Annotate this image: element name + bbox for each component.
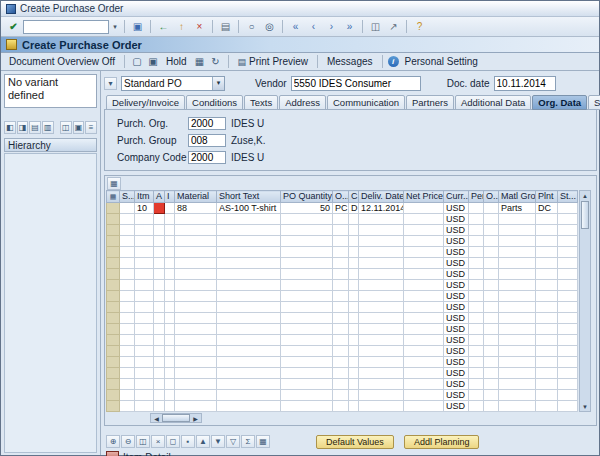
grid-cell[interactable] [469,401,484,412]
grid-cell[interactable] [499,346,536,357]
col-header-i[interactable]: I [165,191,175,203]
expand-item-detail-icon[interactable]: ▸ [106,451,119,456]
shortcut-icon[interactable]: ↗ [385,19,402,35]
grid-cell[interactable] [499,401,536,412]
grid-cell[interactable] [217,269,281,280]
grid-cell[interactable] [175,280,217,291]
grid-cell[interactable]: PC [333,203,349,214]
grid-cell[interactable]: USD [444,390,469,401]
grid-cell[interactable] [281,291,333,302]
grid-cell[interactable] [281,401,333,412]
grid-cell[interactable] [484,269,499,280]
hierarchy-header[interactable]: Hierarchy [4,138,97,152]
grid-cell[interactable] [558,390,578,401]
grid-cell[interactable] [499,368,536,379]
grid-cell[interactable] [558,225,578,236]
grid-cell[interactable] [175,225,217,236]
grid-cell[interactable]: USD [444,302,469,313]
grid-cell[interactable] [217,346,281,357]
grid-cell[interactable] [165,302,175,313]
grid-cell[interactable] [154,225,165,236]
grid-cell[interactable] [135,379,154,390]
grid-cell[interactable] [281,357,333,368]
col-header-material[interactable]: Material [175,191,217,203]
grid-cell[interactable] [154,203,165,214]
grid-cell[interactable] [154,324,165,335]
grid-cell[interactable] [404,379,444,390]
grid-cell[interactable] [217,313,281,324]
grid-cell[interactable] [359,368,404,379]
grid-cell[interactable] [469,324,484,335]
scroll-up-icon[interactable]: ▲ [582,191,588,200]
grid-cell[interactable] [404,302,444,313]
col-header-deliv-date[interactable]: Deliv. Date [359,191,404,203]
tab-delivery-invoice[interactable]: Delivery/Invoice [106,95,185,110]
row-select[interactable] [107,291,120,302]
settings-icon[interactable]: ≡ [85,121,97,134]
grid-cell[interactable] [120,346,135,357]
grid-cell[interactable] [536,368,558,379]
delete-row-icon[interactable]: ⊖ [121,435,135,448]
grid-cell[interactable] [165,247,175,258]
grid-cell[interactable] [558,357,578,368]
row-select[interactable] [107,203,120,214]
grid-cell[interactable] [536,269,558,280]
tab-partners[interactable]: Partners [406,95,454,110]
grid-cell[interactable] [120,324,135,335]
grid-cell[interactable] [154,390,165,401]
col-header-o[interactable]: O... [484,191,499,203]
grid-cell[interactable] [404,247,444,258]
grid-cell[interactable] [536,313,558,324]
grid-cell[interactable] [175,247,217,258]
grid-cell[interactable] [484,357,499,368]
grid-cell[interactable] [484,302,499,313]
grid-cell[interactable] [281,269,333,280]
grid-cell[interactable] [165,346,175,357]
grid-cell[interactable] [175,302,217,313]
vertical-scrollbar[interactable]: ▲ ▼ [579,190,591,412]
grid-cell[interactable] [404,291,444,302]
grid-cell[interactable] [165,203,175,214]
grid-cell[interactable] [558,280,578,291]
grid-cell[interactable] [175,379,217,390]
grid-cell[interactable] [469,313,484,324]
tab-org-data[interactable]: Org. Data [532,95,587,110]
grid-cell[interactable] [469,357,484,368]
grid-cell[interactable] [469,346,484,357]
grid-cell[interactable] [333,291,349,302]
grid-cell[interactable] [404,280,444,291]
grid-cell[interactable]: AS-100 T-shirt [217,203,281,214]
first-page-icon[interactable]: « [287,19,304,35]
col-header-o[interactable]: O... [333,191,349,203]
grid-cell[interactable] [154,335,165,346]
row-select[interactable] [107,214,120,225]
grid-cell[interactable] [120,368,135,379]
grid-cell[interactable] [536,258,558,269]
grid-cell[interactable] [404,258,444,269]
grid-cell[interactable] [558,368,578,379]
grid-cell[interactable] [165,269,175,280]
grid-cell[interactable] [404,236,444,247]
grid-cell[interactable] [359,225,404,236]
col-header-a[interactable]: A [154,191,165,203]
grid-cell[interactable] [484,291,499,302]
grid-cell[interactable] [558,302,578,313]
grid-cell[interactable] [154,357,165,368]
grid-cell[interactable] [536,280,558,291]
grid-cell[interactable] [404,324,444,335]
row-select[interactable] [107,247,120,258]
grid-cell[interactable] [499,247,536,258]
grid-cell[interactable]: USD [444,379,469,390]
exit-icon[interactable]: ↑ [173,19,190,35]
grid-cell[interactable] [349,357,359,368]
row-select[interactable] [107,401,120,412]
grid-cell[interactable] [359,390,404,401]
col-header-s[interactable]: S... [120,191,135,203]
grid-cell[interactable] [349,214,359,225]
grid-cell[interactable] [135,302,154,313]
grid-cell[interactable] [349,247,359,258]
grid-cell[interactable] [165,379,175,390]
grid-cell[interactable] [120,291,135,302]
purch-org-field[interactable] [188,117,226,130]
grid-cell[interactable] [349,313,359,324]
